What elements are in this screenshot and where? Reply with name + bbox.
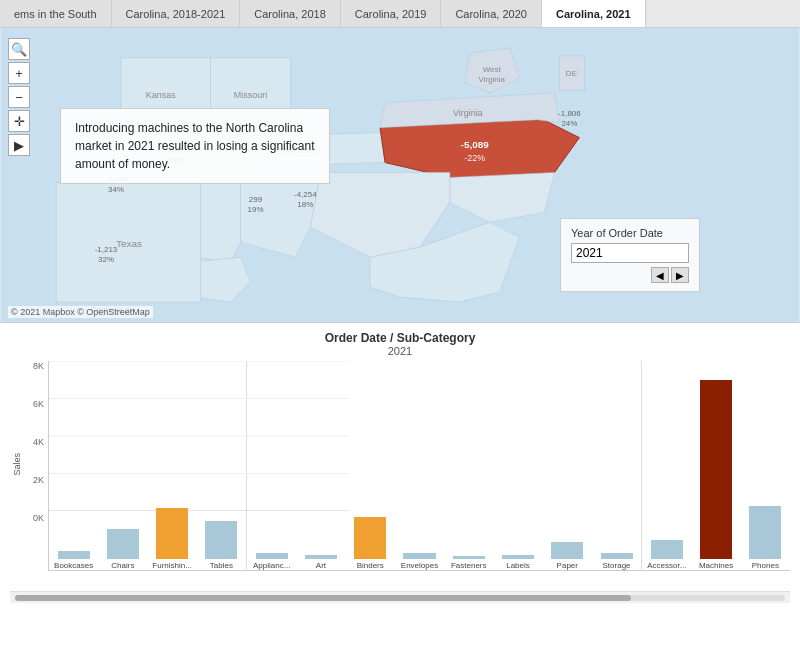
bar-group[interactable]: Paper [543, 361, 592, 570]
bar-label: Storage [593, 561, 641, 570]
bar-binders[interactable] [354, 517, 386, 559]
chart-section: Order Date / Sub-Category 2021 Sales 8K … [0, 323, 800, 649]
tab-2020[interactable]: Carolina, 2020 [441, 0, 542, 27]
bar-group[interactable]: Envelopes [395, 361, 444, 570]
y-label-0k: 0K [33, 513, 44, 523]
year-filter-label: Year of Order Date [571, 227, 689, 239]
bar-group[interactable]: Storage [592, 361, 641, 570]
bars-container: BookcasesChairsFurnishin...TablesApplian… [48, 361, 790, 571]
bar-tables[interactable] [205, 521, 237, 559]
scroll-track [15, 595, 785, 601]
zoom-in-btn[interactable]: + [8, 62, 30, 84]
svg-text:18%: 18% [297, 200, 313, 209]
svg-text:-1,806: -1,806 [558, 109, 581, 118]
svg-text:DE: DE [566, 69, 577, 78]
bar-label: Accessor... [643, 561, 691, 570]
map-attribution: © 2021 Mapbox © OpenStreetMap [8, 306, 153, 318]
bar-group[interactable]: Accessor... [642, 361, 691, 570]
bar-group[interactable]: Labels [493, 361, 542, 570]
scroll-thumb [15, 595, 631, 601]
svg-text:Texas: Texas [116, 238, 142, 249]
svg-text:19%: 19% [248, 205, 264, 214]
svg-text:Virginia: Virginia [453, 108, 483, 118]
arrow-btn[interactable]: ▶ [8, 134, 30, 156]
bar-label: Furnishin... [148, 561, 196, 570]
bar-furnishin[interactable] [156, 508, 188, 559]
svg-text:299: 299 [249, 195, 263, 204]
map-section: Kansas Missouri West Virginia DE Tenness… [0, 28, 800, 323]
zoom-out-btn[interactable]: − [8, 86, 30, 108]
tab-bar: ems in the South Carolina, 2018-2021 Car… [0, 0, 800, 28]
svg-text:-4,254: -4,254 [294, 190, 317, 199]
svg-text:24%: 24% [561, 119, 577, 128]
svg-text:West: West [483, 65, 502, 74]
bar-phones[interactable] [749, 506, 781, 559]
bar-label: Machines [692, 561, 740, 570]
y-axis-title: Sales [12, 453, 22, 476]
bar-machines[interactable] [700, 380, 732, 559]
svg-text:Kansas: Kansas [146, 90, 176, 100]
svg-text:34%: 34% [108, 185, 124, 194]
bar-group[interactable]: Chairs [98, 361, 147, 570]
bar-label: Binders [346, 561, 394, 570]
chart-area: Sales 8K 6K 4K 2K 0K BookcasesChairsFurn… [10, 361, 790, 591]
svg-text:Virginia: Virginia [478, 75, 505, 84]
bar-group[interactable]: Bookcases [49, 361, 98, 570]
bar-group[interactable]: Machines [691, 361, 740, 570]
search-btn[interactable]: 🔍 [8, 38, 30, 60]
bar-storage[interactable] [601, 553, 633, 559]
bar-envelopes[interactable] [403, 553, 435, 559]
year-filter-controls: ◀ ▶ [571, 267, 689, 283]
chart-subtitle: 2021 [10, 345, 790, 357]
tab-south[interactable]: ems in the South [0, 0, 112, 27]
bar-label: Labels [494, 561, 542, 570]
bar-label: Phones [741, 561, 789, 570]
tab-2019[interactable]: Carolina, 2019 [341, 0, 442, 27]
bar-group[interactable]: Tables [197, 361, 246, 570]
year-input[interactable] [571, 243, 689, 263]
svg-text:Missouri: Missouri [234, 90, 267, 100]
svg-text:-5,089: -5,089 [461, 139, 490, 150]
bar-chairs[interactable] [107, 529, 139, 559]
bar-fasteners[interactable] [453, 556, 485, 559]
bar-accessor[interactable] [651, 540, 683, 559]
bar-label: Chairs [99, 561, 147, 570]
y-label-4k: 4K [33, 437, 44, 447]
bar-label: Paper [543, 561, 591, 570]
bar-group[interactable]: Applianc... [247, 361, 296, 570]
bar-group[interactable]: Furnishin... [148, 361, 197, 570]
chart-title: Order Date / Sub-Category [10, 331, 790, 345]
bar-bookcases[interactable] [58, 551, 90, 559]
tab-2018-2021[interactable]: Carolina, 2018-2021 [112, 0, 241, 27]
bar-label: Applianc... [248, 561, 296, 570]
annotation-box: Introducing machines to the North Caroli… [60, 108, 330, 184]
y-label-8k: 8K [33, 361, 44, 371]
bar-labels[interactable] [502, 555, 534, 559]
y-label-2k: 2K [33, 475, 44, 485]
year-next-btn[interactable]: ▶ [671, 267, 689, 283]
bar-label: Art [297, 561, 345, 570]
bar-art[interactable] [305, 555, 337, 559]
bottom-scrollbar[interactable] [10, 591, 790, 603]
year-filter: Year of Order Date ◀ ▶ [560, 218, 700, 292]
bar-label: Envelopes [395, 561, 443, 570]
svg-text:-1,213: -1,213 [95, 245, 118, 254]
svg-text:32%: 32% [98, 255, 114, 264]
y-label-6k: 6K [33, 399, 44, 409]
map-controls: 🔍 + − ✛ ▶ [8, 38, 30, 156]
bar-paper[interactable] [551, 542, 583, 559]
bar-applianc[interactable] [256, 553, 288, 559]
bar-group[interactable]: Binders [346, 361, 395, 570]
bar-group[interactable]: Art [296, 361, 345, 570]
main-content: Kansas Missouri West Virginia DE Tenness… [0, 28, 800, 649]
bar-label: Bookcases [50, 561, 98, 570]
tab-2021[interactable]: Carolina, 2021 [542, 0, 646, 27]
bar-label: Tables [197, 561, 245, 570]
svg-text:-22%: -22% [464, 153, 485, 163]
bar-group[interactable]: Phones [741, 361, 790, 570]
cursor-btn[interactable]: ✛ [8, 110, 30, 132]
tab-2018[interactable]: Carolina, 2018 [240, 0, 341, 27]
year-prev-btn[interactable]: ◀ [651, 267, 669, 283]
bar-label: Fasteners [445, 561, 493, 570]
bar-group[interactable]: Fasteners [444, 361, 493, 570]
